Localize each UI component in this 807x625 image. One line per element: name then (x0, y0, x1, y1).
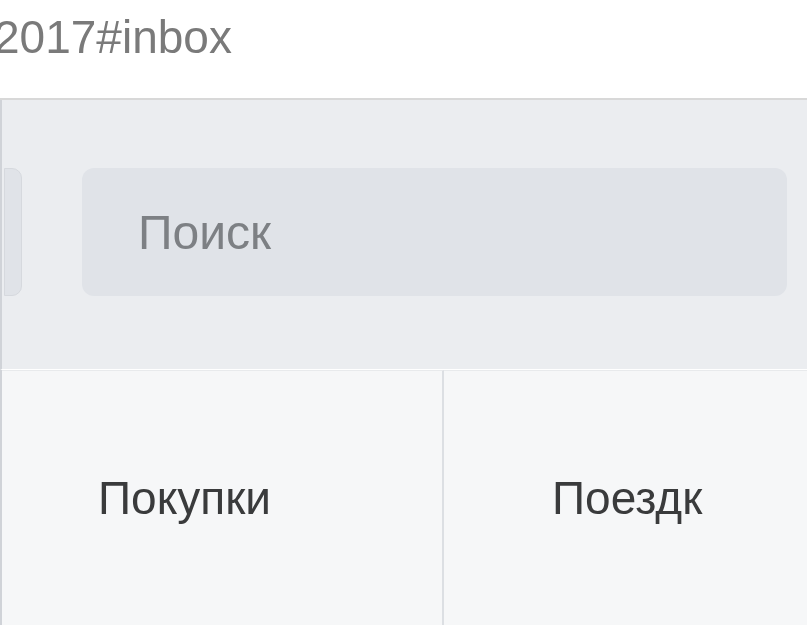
toolbar-button-partial[interactable] (4, 168, 22, 296)
tab-trips[interactable]: Поездк (444, 370, 807, 625)
toolbar: Поиск (0, 100, 807, 370)
address-bar[interactable]: 2017#inbox (0, 0, 807, 100)
tab-purchases[interactable]: Покупки (2, 370, 444, 625)
tab-label: Поездк (552, 471, 702, 525)
url-text: 2017#inbox (0, 11, 232, 63)
search-input[interactable]: Поиск (82, 168, 787, 296)
search-placeholder: Поиск (138, 205, 271, 260)
category-tabs: Покупки Поездк (0, 370, 807, 625)
tab-label: Покупки (98, 471, 271, 525)
